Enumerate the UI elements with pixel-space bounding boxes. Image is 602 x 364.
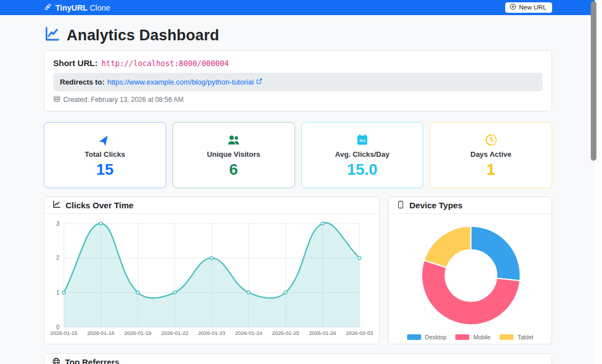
- redirects-label: Redirects to:: [60, 78, 104, 86]
- stat-label: Unique Visitors: [207, 150, 260, 158]
- svg-text:2026-01-22: 2026-01-22: [161, 330, 189, 336]
- brand-name: TinyURL: [55, 3, 87, 12]
- device-types-card: Device Types DesktopMobileTablet: [388, 197, 552, 344]
- calendar-grid-icon: [53, 95, 60, 104]
- stat-value: 1: [487, 161, 496, 178]
- legend-label: Tablet: [517, 334, 533, 340]
- svg-text:0: 0: [56, 324, 59, 330]
- svg-text:2: 2: [56, 255, 59, 261]
- external-link-icon: [256, 78, 263, 86]
- stat-card-unique-visitors: Unique Visitors 6: [172, 122, 295, 188]
- globe-icon: [52, 357, 60, 364]
- navbar: TinyURL Clone New URL: [0, 0, 602, 15]
- short-url-card: Short URL: http://localhost:8000/000004 …: [44, 50, 552, 111]
- clicks-line-chart: 01232026-01-152026-01-162026-01-192026-0…: [44, 214, 380, 344]
- referrers-card-title: Top Referrers: [65, 357, 119, 364]
- scrollbar-thumb[interactable]: [591, 1, 596, 161]
- stat-card-days-active: Days Active 1: [430, 122, 552, 188]
- donut-legend: DesktopMobileTablet: [389, 334, 552, 340]
- svg-text:2026-01-24: 2026-01-24: [235, 330, 263, 336]
- redirect-link[interactable]: https://www.example.com/blog/python-tuto…: [107, 78, 263, 86]
- svg-text:1: 1: [56, 290, 59, 296]
- brand-link[interactable]: TinyURL Clone: [44, 3, 110, 13]
- stat-card-total-clicks: Total Clicks 15: [44, 122, 166, 188]
- top-referrers-card: Top Referrers: [44, 353, 552, 364]
- legend-item-desktop[interactable]: Desktop: [407, 334, 447, 340]
- devices-card-title: Device Types: [409, 200, 463, 210]
- clicks-card-title: Clicks Over Time: [66, 200, 133, 210]
- redirect-url-text: https://www.example.com/blog/python-tuto…: [107, 78, 254, 86]
- legend-swatch: [500, 334, 514, 340]
- phone-icon: [396, 200, 405, 211]
- svg-text:Fri: Fri: [360, 138, 365, 143]
- stat-value: 6: [229, 161, 238, 178]
- plus-circle-icon: [510, 3, 516, 11]
- created-text: Created: February 13, 2026 at 08:56 AM: [63, 96, 184, 104]
- svg-text:2026-01-16: 2026-01-16: [87, 330, 115, 336]
- people-icon: [227, 133, 240, 147]
- short-url-value: http://localhost:8000/000004: [101, 59, 229, 68]
- stat-label: Days Active: [470, 150, 511, 158]
- legend-swatch: [407, 334, 421, 340]
- clock-icon: [484, 133, 498, 147]
- stat-card-avg-clicks: Fri Avg. Clicks/Day 15.0: [301, 122, 424, 188]
- legend-label: Mobile: [473, 334, 491, 340]
- svg-text:2026-01-15: 2026-01-15: [50, 330, 78, 336]
- new-url-label: New URL: [519, 4, 547, 11]
- svg-text:2026-02-03: 2026-02-03: [346, 330, 374, 336]
- chart-up-icon: [44, 26, 60, 45]
- cursor-icon: [98, 133, 111, 147]
- svg-text:3: 3: [56, 221, 59, 227]
- stat-value: 15: [96, 161, 114, 178]
- legend-item-mobile[interactable]: Mobile: [455, 334, 491, 340]
- legend-item-tablet[interactable]: Tablet: [500, 334, 533, 340]
- calendar-day-icon: Fri: [356, 133, 369, 147]
- brand-suffix: Clone: [90, 3, 110, 12]
- stats-row: Total Clicks 15 Unique Visitors 6: [44, 122, 552, 188]
- page-title: Analytics Dashboard: [67, 27, 219, 44]
- stat-label: Avg. Clicks/Day: [335, 150, 389, 158]
- line-chart-icon: [52, 200, 61, 211]
- device-donut-chart: [389, 214, 552, 344]
- svg-text:2026-01-25: 2026-01-25: [272, 330, 300, 336]
- redirect-box: Redirects to: https://www.example.com/bl…: [53, 73, 543, 91]
- clicks-over-time-card: Clicks Over Time 01232026-01-152026-01-1…: [44, 197, 380, 344]
- link-icon: [44, 3, 52, 13]
- stat-value: 15.0: [347, 161, 378, 178]
- new-url-button[interactable]: New URL: [505, 2, 552, 13]
- stat-label: Total Clicks: [85, 150, 125, 158]
- svg-text:2026-01-23: 2026-01-23: [198, 330, 226, 336]
- svg-text:2026-01-26: 2026-01-26: [309, 330, 337, 336]
- legend-swatch: [455, 334, 469, 340]
- legend-label: Desktop: [425, 334, 447, 340]
- short-url-label: Short URL:: [53, 58, 97, 68]
- svg-text:2026-01-19: 2026-01-19: [124, 330, 152, 336]
